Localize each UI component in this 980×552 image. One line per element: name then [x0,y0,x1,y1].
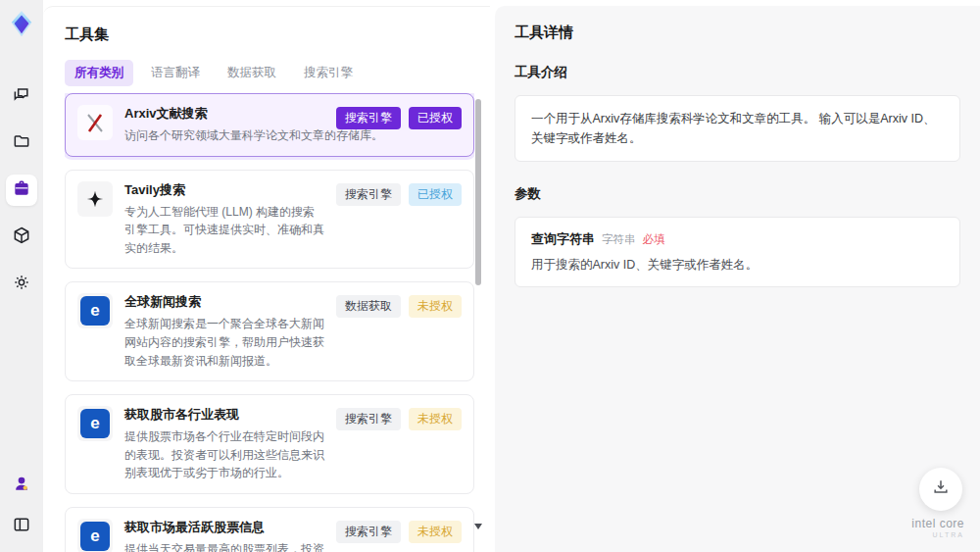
tool-card-active-stocks[interactable]: e 获取市场最活跃股票信息 提供当天交易量最高的股票列表，投资者可以利用这些信息… [65,507,474,552]
chat-icon [12,84,31,108]
tavily-star-icon [77,181,113,217]
sidebar-item-tools[interactable] [6,175,37,206]
tool-description: 专为人工智能代理 (LLM) 构建的搜索引擎工具。可快速提供实时、准确和真实的结… [124,203,325,258]
user-account-button[interactable] [6,470,37,501]
stock-active-icon: e [77,519,113,552]
sidebar-item-chat[interactable] [6,80,37,112]
sidebar-item-settings[interactable] [6,269,37,300]
intro-text: 一个用于从Arxiv存储库搜索科学论文和文章的工具。 输入可以是Arxiv ID… [531,109,944,148]
sidebar-rail [0,0,43,552]
tool-description: 提供股票市场各个行业在特定时间段内的表现。投资者可以利用这些信息来识别表现优于或… [124,427,325,482]
tool-card-global-news[interactable]: e 全球新闻搜索 全球新闻搜索是一个聚合全球各大新闻网站内容的搜索引擎，帮助用户… [65,281,474,381]
auth-status-badge: 已授权 [409,107,462,129]
tool-name: 获取市场最活跃股票信息 [124,519,328,536]
category-badge: 搜索引擎 [336,183,401,206]
category-tabs: 所有类别 语言翻译 数据获取 搜索引擎 [65,60,363,86]
auth-status-badge: 未授权 [409,295,462,318]
news-search-icon: e [77,293,113,328]
param-description: 用于搜索的Arxiv ID、关键字或作者姓名。 [531,257,944,274]
tool-card-tavily[interactable]: Tavily搜索 专为人工智能代理 (LLM) 构建的搜索引擎工具。可快速提供实… [65,170,474,270]
sidebar-item-files[interactable] [6,127,37,159]
category-badge: 搜索引擎 [336,521,401,543]
param-name: 查询字符串 [531,230,595,248]
intel-core-logo-text: intel core [911,517,964,530]
detail-title: 工具详情 [514,24,960,42]
tool-detail-panel: 工具详情 工具介绍 一个用于从Arxiv存储库搜索科学论文和文章的工具。 输入可… [495,6,980,552]
tool-list-panel: 工具集 所有类别 语言翻译 数据获取 搜索引擎 Arxiv文献搜索 访问各个研究… [43,6,490,552]
toolbox-icon [12,178,31,202]
auth-status-badge: 已授权 [409,183,462,206]
tab-language-translation[interactable]: 语言翻译 [141,60,210,86]
param-required-flag: 必填 [643,232,665,247]
tool-name: Arxiv文献搜索 [124,105,328,123]
param-type: 字符串 [602,232,636,247]
param-box: 查询字符串 字符串 必填 用于搜索的Arxiv ID、关键字或作者姓名。 [514,217,960,287]
sidebar-item-models[interactable] [6,222,37,253]
tool-card-arxiv[interactable]: Arxiv文献搜索 访问各个研究领域大量科学论文和文章的存储库。 搜索引擎 已授… [65,93,474,157]
arxiv-icon [77,105,113,140]
cube-icon [12,226,31,249]
tool-name: 获取股市各行业表现 [124,406,328,424]
tool-name: Tavily搜索 [124,181,328,199]
app-logo gem-logo-icon [6,8,37,39]
params-heading: 参数 [514,185,960,203]
tool-card-stock-sector[interactable]: e 获取股市各行业表现 提供股票市场各个行业在特定时间段内的表现。投资者可以利用… [65,394,474,494]
scrollbar-thumb[interactable] [475,99,481,285]
tool-description: 提供当天交易量最高的股票列表，投资者可以利用这些信息来识别流动性强的股票和潜在的… [124,540,325,552]
stock-sector-icon: e [77,406,113,441]
download-icon [931,477,951,501]
collapse-sidebar-button[interactable] [6,511,37,542]
auth-status-badge: 未授权 [409,408,462,430]
list-scrollbar[interactable] [474,93,482,552]
tab-search-engine[interactable]: 搜索引擎 [294,60,363,86]
auth-status-badge: 未授权 [409,521,462,543]
scroll-down-arrow-icon[interactable] [474,524,482,529]
intel-core-logo: intel core ULTRA [911,517,964,538]
tool-card-list: Arxiv文献搜索 访问各个研究领域大量科学论文和文章的存储库。 搜索引擎 已授… [65,93,474,552]
settings-gear-icon [12,273,31,296]
folder-icon [12,131,31,155]
category-badge: 数据获取 [336,295,401,318]
tab-all-categories[interactable]: 所有类别 [65,60,133,86]
category-badge: 搜索引擎 [336,107,401,129]
intro-heading: 工具介绍 [514,64,960,81]
page-title: 工具集 [65,25,109,44]
category-badge: 搜索引擎 [336,408,401,430]
tab-data-acquisition[interactable]: 数据获取 [218,60,286,86]
app-window: 工具集 所有类别 语言翻译 数据获取 搜索引擎 Arxiv文献搜索 访问各个研究… [0,0,980,552]
intro-box: 一个用于从Arxiv存储库搜索科学论文和文章的工具。 输入可以是Arxiv ID… [514,95,960,162]
intel-core-logo-sub: ULTRA [911,531,964,538]
tool-name: 全球新闻搜索 [124,293,328,311]
download-button[interactable] [919,468,962,511]
collapse-panel-icon [12,515,31,538]
user-avatar-icon [12,474,31,497]
tool-description: 全球新闻搜索是一个聚合全球各大新闻网站内容的搜索引擎，帮助用户快速获取全球最新资… [124,315,325,370]
